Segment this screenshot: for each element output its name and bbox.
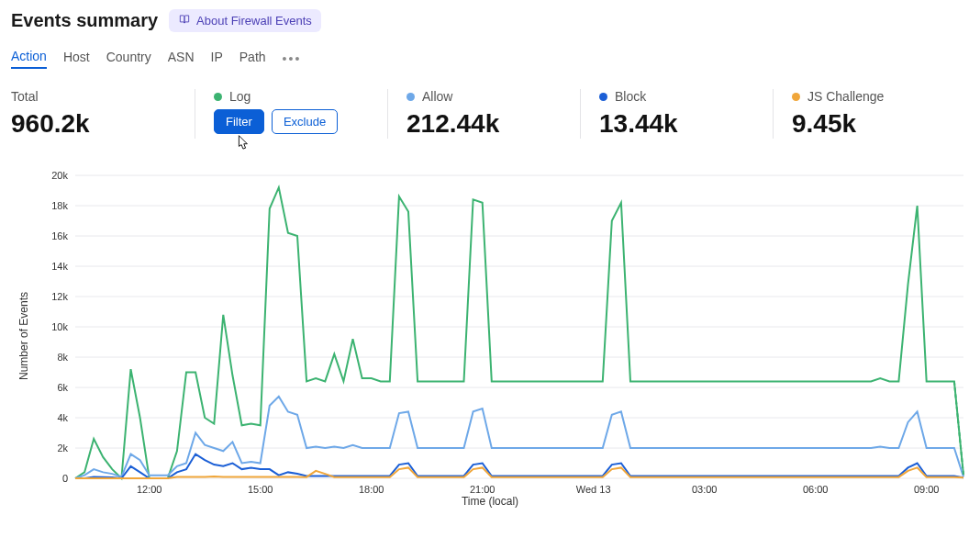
chart-x-tick: 03:00 bbox=[692, 484, 718, 495]
chart-y-tick: 10k bbox=[51, 321, 68, 332]
card-total: Total 960.2k bbox=[11, 89, 195, 139]
chart-x-tick: Wed 13 bbox=[576, 484, 611, 495]
chart-y-tick: 16k bbox=[51, 230, 68, 241]
card-block-label: Block bbox=[615, 89, 646, 104]
card-block[interactable]: Block 13.44k bbox=[580, 89, 773, 139]
chart-series-block bbox=[75, 454, 963, 478]
chart-x-axis-label: Time (local) bbox=[462, 495, 518, 508]
chart-y-tick: 4k bbox=[57, 412, 68, 423]
chart-x-tick: 06:00 bbox=[803, 484, 829, 495]
dot-icon bbox=[406, 93, 415, 101]
chart-y-tick: 0 bbox=[62, 473, 68, 484]
tab-host[interactable]: Host bbox=[63, 50, 90, 68]
tabs-bar: ActionHostCountryASNIPPath••• bbox=[11, 49, 969, 69]
dot-icon bbox=[792, 93, 800, 101]
chart-series-log bbox=[75, 187, 963, 478]
tabs-more-icon[interactable]: ••• bbox=[283, 51, 302, 66]
events-chart[interactable]: 02k4k6k8k10k12k14k16k18k20k12:0015:0018:… bbox=[11, 166, 969, 506]
tab-path[interactable]: Path bbox=[239, 50, 266, 68]
tab-ip[interactable]: IP bbox=[211, 50, 223, 68]
chart-series-allow bbox=[75, 397, 963, 478]
card-jsc-label: JS Challenge bbox=[807, 89, 884, 104]
tab-asn[interactable]: ASN bbox=[168, 50, 195, 68]
chart-y-tick: 18k bbox=[51, 200, 68, 211]
about-label: About Firewall Events bbox=[196, 14, 312, 28]
card-total-label: Total bbox=[11, 89, 39, 104]
filter-button[interactable]: Filter bbox=[214, 109, 264, 134]
dot-icon bbox=[214, 93, 222, 101]
chart-x-tick: 09:00 bbox=[914, 484, 940, 495]
card-allow[interactable]: Allow 212.44k bbox=[387, 89, 580, 139]
chart-y-tick: 14k bbox=[51, 261, 68, 272]
exclude-button[interactable]: Exclude bbox=[272, 109, 338, 134]
card-log-label: Log bbox=[229, 89, 251, 104]
card-block-value: 13.44k bbox=[599, 109, 754, 139]
chart-y-tick: 20k bbox=[51, 170, 68, 181]
dot-icon bbox=[599, 93, 607, 101]
card-js-challenge[interactable]: JS Challenge 9.45k bbox=[773, 89, 969, 139]
tab-country[interactable]: Country bbox=[106, 50, 151, 68]
chart-series-js-challenge bbox=[75, 467, 963, 478]
chart-x-tick: 15:00 bbox=[248, 484, 273, 495]
card-allow-label: Allow bbox=[422, 89, 452, 104]
chart-y-tick: 8k bbox=[57, 352, 68, 363]
chart-x-tick: 18:00 bbox=[359, 484, 384, 495]
card-log[interactable]: Log Filter Exclude bbox=[195, 89, 387, 139]
about-firewall-events-link[interactable]: About Firewall Events bbox=[169, 9, 321, 32]
chart-y-tick: 6k bbox=[57, 382, 68, 393]
tab-action[interactable]: Action bbox=[11, 49, 47, 69]
chart-y-axis-label: Number of Events bbox=[17, 292, 30, 380]
chart-x-tick: 12:00 bbox=[137, 484, 162, 495]
chart-y-tick: 2k bbox=[57, 443, 68, 454]
chart-y-tick: 12k bbox=[51, 291, 68, 302]
chart-x-tick: 21:00 bbox=[470, 484, 496, 495]
book-icon bbox=[178, 13, 191, 28]
cursor-pointer-icon bbox=[234, 133, 251, 153]
card-jsc-value: 9.45k bbox=[792, 109, 951, 139]
page-title: Events summary bbox=[11, 10, 158, 31]
card-allow-value: 212.44k bbox=[406, 109, 562, 139]
card-total-value: 960.2k bbox=[11, 109, 176, 139]
